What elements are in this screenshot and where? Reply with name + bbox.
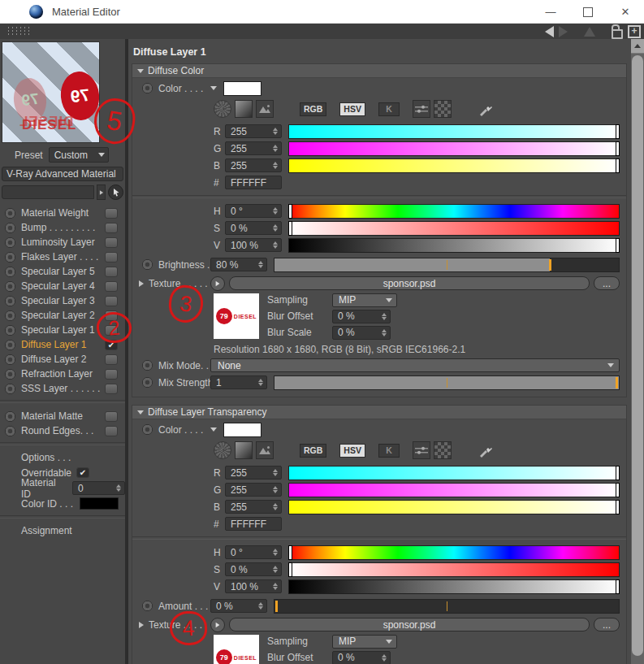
channel-radio[interactable] <box>5 237 15 248</box>
channel-checkbox[interactable] <box>105 369 118 380</box>
color-radio[interactable] <box>142 424 153 435</box>
channel-specular-layer-1[interactable]: Specular Layer 1 <box>0 323 125 337</box>
channel-radio[interactable] <box>5 223 15 233</box>
channel-specular-layer-2[interactable]: Specular Layer 2 <box>0 308 125 323</box>
channel-material-weight[interactable]: Material Weight <box>0 206 125 220</box>
channel-checkbox[interactable] <box>105 325 118 336</box>
channel-round-edges[interactable]: Round Edges. . . <box>0 423 125 438</box>
blur-scale-input[interactable]: 0 % <box>332 326 391 340</box>
color-radio[interactable] <box>142 83 153 93</box>
hsv-mode-button[interactable]: HSV <box>339 444 365 458</box>
color-swatch[interactable] <box>223 423 261 437</box>
hex-input[interactable]: FFFFFF <box>225 176 282 189</box>
slider-handle[interactable] <box>288 204 292 219</box>
s-slider[interactable] <box>288 562 620 577</box>
history-back-icon[interactable] <box>545 26 554 37</box>
color-spectrum-icon[interactable] <box>235 441 253 459</box>
slider-handle[interactable] <box>616 238 620 253</box>
channel-checkbox[interactable] <box>105 267 118 277</box>
channel-checkbox[interactable] <box>105 310 118 321</box>
scroll-up-button[interactable] <box>631 39 644 54</box>
channel-checkbox[interactable] <box>105 237 118 248</box>
b-input[interactable]: 255 <box>225 500 282 514</box>
b-slider[interactable] <box>288 500 620 514</box>
channel-radio[interactable] <box>5 354 15 365</box>
texture-thumbnail[interactable]: 79 DIESEL <box>214 293 259 339</box>
texture-file-button[interactable]: sponsor.psd <box>229 618 590 631</box>
material-id-input[interactable]: 0 <box>72 481 125 495</box>
g-slider[interactable] <box>288 141 620 156</box>
slider-handle[interactable] <box>616 579 620 594</box>
sampling-dropdown[interactable]: MIP <box>332 635 397 649</box>
brightness-radio[interactable] <box>142 259 153 270</box>
g-input[interactable]: 255 <box>225 483 282 497</box>
channel-refraction-layer[interactable]: Refraction Layer <box>0 367 125 381</box>
channel-radio[interactable] <box>5 296 15 306</box>
g-slider[interactable] <box>288 483 620 497</box>
hsv-mode-button[interactable]: HSV <box>339 102 365 116</box>
channel-specular-layer-3[interactable]: Specular Layer 3 <box>0 293 125 308</box>
channel-specular-layer-5[interactable]: Specular Layer 5 <box>0 264 125 279</box>
channel-radio[interactable] <box>5 310 15 321</box>
overridable-checkbox[interactable]: ✔ <box>76 467 89 478</box>
channel-checkbox[interactable] <box>105 296 118 306</box>
blur-offset-input[interactable]: 0 % <box>332 651 391 664</box>
color-spectrum-icon[interactable] <box>235 100 253 118</box>
scrollbar[interactable] <box>631 39 644 664</box>
k-mode-button[interactable]: K <box>378 102 400 116</box>
slider-handle[interactable] <box>616 158 620 173</box>
slider-handle[interactable] <box>616 141 620 156</box>
channel-radio[interactable] <box>5 252 15 263</box>
slider-handle[interactable] <box>549 259 551 271</box>
mix-strength-radio[interactable] <box>142 377 153 388</box>
mix-strength-input[interactable]: 1 <box>210 375 267 389</box>
expand-right-icon[interactable] <box>139 622 144 628</box>
h-slider[interactable] <box>288 545 620 560</box>
preset-dropdown[interactable]: Custom <box>49 147 109 163</box>
channel-checkbox[interactable] <box>105 411 118 422</box>
diffuse-color-header[interactable]: Diffuse Color <box>132 64 626 78</box>
mix-strength-slider[interactable] <box>274 375 620 390</box>
color-wheel-icon[interactable] <box>214 100 231 118</box>
channel-flakes-layer[interactable]: Flakes Layer . . . . <box>0 250 125 264</box>
v-input[interactable]: 100 % <box>225 579 282 593</box>
slider-handle[interactable] <box>616 483 620 497</box>
brightness-input[interactable]: 80 % <box>210 258 267 271</box>
color-options-icon[interactable] <box>210 427 217 432</box>
eyedropper-icon[interactable] <box>478 442 494 458</box>
texture-browse-button[interactable]: ... <box>594 618 620 631</box>
add-window-icon[interactable]: + <box>628 25 641 38</box>
h-input[interactable]: 0 ° <box>225 545 282 559</box>
diffuse-transparency-header[interactable]: Diffuse Layer Transparency <box>132 406 626 419</box>
color-picture-icon[interactable] <box>256 100 274 118</box>
shader-field[interactable] <box>2 185 94 199</box>
material-preview[interactable]: 79 79 DIESEL DIESEL <box>2 41 100 143</box>
material-type-field[interactable]: V-Ray Advanced Material <box>2 167 123 181</box>
channel-material-matte[interactable]: Material Matte <box>0 409 125 423</box>
expand-right-icon[interactable] <box>139 280 144 287</box>
b-input[interactable]: 255 <box>225 158 282 172</box>
rgb-mode-button[interactable]: RGB <box>300 444 326 458</box>
channel-radio[interactable] <box>5 426 15 436</box>
channel-checkbox[interactable] <box>105 384 118 394</box>
channel-radio[interactable] <box>5 267 15 277</box>
slider-handle[interactable] <box>288 562 292 577</box>
slider-handle[interactable] <box>616 466 620 480</box>
h-slider[interactable] <box>288 204 620 219</box>
toolbar-grip-icon[interactable] <box>6 26 29 37</box>
rgb-mode-button[interactable]: RGB <box>300 102 326 116</box>
channel-checkbox[interactable] <box>105 208 118 219</box>
channel-checkbox[interactable] <box>105 426 118 436</box>
s-slider[interactable] <box>288 221 620 236</box>
channel-diffuse-layer-2[interactable]: Diffuse Layer 2 <box>0 352 125 367</box>
r-slider[interactable] <box>288 124 620 139</box>
scrollbar-thumb[interactable] <box>632 55 643 656</box>
texture-popup-button[interactable] <box>210 276 225 291</box>
mix-mode-radio[interactable] <box>142 360 153 371</box>
s-input[interactable]: 0 % <box>225 562 282 576</box>
slider-handle[interactable] <box>288 221 292 236</box>
texture-file-button[interactable]: sponsor.psd <box>229 276 590 290</box>
options-button[interactable]: Options . . . <box>0 449 125 465</box>
h-input[interactable]: 0 ° <box>225 204 282 218</box>
r-slider[interactable] <box>288 466 620 480</box>
